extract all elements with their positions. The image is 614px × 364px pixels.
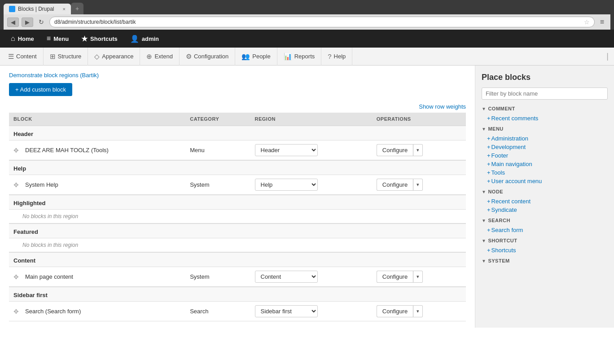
plus-icon: + xyxy=(487,198,491,205)
place-block-link[interactable]: +Main navigation xyxy=(487,161,532,167)
drag-handle[interactable]: ✥ xyxy=(13,181,22,189)
collapse-arrow-icon: ▼ xyxy=(482,238,486,243)
nav-reports-label: Reports xyxy=(294,53,315,60)
address-bar[interactable]: d8/admin/structure/block/list/bartik ☆ xyxy=(49,17,595,27)
shortcuts-button[interactable]: ★ Shortcuts xyxy=(75,30,124,48)
drag-handle[interactable]: ✥ xyxy=(13,147,22,154)
nav-item-extend[interactable]: ⊕ Extend xyxy=(140,48,179,66)
region-select[interactable]: Header xyxy=(255,144,318,156)
block-operations-cell: Configure▾ xyxy=(372,302,466,321)
add-custom-block-button[interactable]: + Add custom block xyxy=(9,83,72,96)
plus-icon: + xyxy=(487,169,491,176)
sidebar-block-item: +Development xyxy=(482,143,608,151)
block-name-cell: ✥System Help xyxy=(9,175,185,195)
forward-button[interactable]: ▶ xyxy=(22,18,33,27)
page-content: Demonstrate block regions (Bartik) + Add… xyxy=(0,66,614,328)
table-row: ✥System HelpSystemHelpConfigure▾ xyxy=(9,175,466,195)
col-region: REGION xyxy=(250,113,372,126)
configure-dropdown-button[interactable]: ▾ xyxy=(413,144,423,156)
filter-by-block-name-input[interactable] xyxy=(482,88,608,100)
nav-item-appearance[interactable]: ◇ Appearance xyxy=(88,48,140,66)
sidebar-section-header[interactable]: ▼MENU xyxy=(482,126,608,132)
region-select[interactable]: Sidebar first xyxy=(255,305,318,317)
configure-dropdown-button[interactable]: ▾ xyxy=(413,179,423,191)
place-block-link[interactable]: +Syndicate xyxy=(487,206,517,213)
block-name-cell: ✥Main page content xyxy=(9,267,185,287)
configure-button[interactable]: Configure xyxy=(377,271,413,283)
block-category-cell: Search xyxy=(185,302,250,321)
reload-button[interactable]: ↻ xyxy=(36,18,47,26)
breadcrumb: Demonstrate block regions (Bartik) xyxy=(9,72,466,79)
region-select[interactable]: Content xyxy=(255,271,318,283)
col-category: CATEGORY xyxy=(185,113,250,126)
region-select[interactable]: Help xyxy=(255,179,318,191)
sidebar-block-item: +Shortcuts xyxy=(482,246,608,254)
nav-item-people[interactable]: 👥 People xyxy=(235,48,277,66)
sidebar-section-header[interactable]: ▼SHORTCUT xyxy=(482,238,608,243)
back-button[interactable]: ◀ xyxy=(7,18,19,27)
nav-item-structure[interactable]: ⊞ Structure xyxy=(44,48,88,66)
admin-user-button[interactable]: 👤 admin xyxy=(124,30,165,48)
sidebar-section-header[interactable]: ▼COMMENT xyxy=(482,106,608,111)
appearance-icon: ◇ xyxy=(94,53,100,61)
block-region-cell: Header xyxy=(250,140,372,161)
menu-icon: ≡ xyxy=(47,35,51,43)
block-region-cell: Help xyxy=(250,175,372,195)
place-block-link[interactable]: +Shortcuts xyxy=(487,247,516,254)
sidebar-section-name: SEARCH xyxy=(488,218,510,223)
place-block-link[interactable]: +Footer xyxy=(487,152,508,159)
block-category-cell: System xyxy=(185,175,250,195)
sidebar-section: ▼MENU+Administration+Development+Footer+… xyxy=(482,126,608,185)
home-button[interactable]: ⌂ Home xyxy=(4,30,40,48)
main-area: Demonstrate block regions (Bartik) + Add… xyxy=(0,66,475,328)
drag-handle[interactable]: ✥ xyxy=(13,308,22,315)
nav-item-configuration[interactable]: ⚙ Configuration xyxy=(180,48,235,66)
sidebar-section: ▼SYSTEM xyxy=(482,258,608,263)
sidebar-block-item: +Syndicate xyxy=(482,206,608,214)
sidebar-block-item: +Main navigation xyxy=(482,160,608,168)
configure-dropdown-button[interactable]: ▾ xyxy=(413,271,423,283)
drag-handle[interactable]: ✥ xyxy=(13,273,22,281)
block-operations-cell: Configure▾ xyxy=(372,175,466,195)
nav-item-content[interactable]: ☰ Content xyxy=(2,48,44,66)
place-block-link[interactable]: +Search form xyxy=(487,227,523,233)
configure-button[interactable]: Configure xyxy=(377,144,413,156)
structure-icon: ⊞ xyxy=(50,53,56,61)
place-block-link[interactable]: +Development xyxy=(487,144,526,150)
configure-button[interactable]: Configure xyxy=(377,179,413,191)
configure-button[interactable]: Configure xyxy=(377,305,413,317)
nav-item-help[interactable]: ? Help xyxy=(321,48,352,66)
nav-configuration-label: Configuration xyxy=(194,53,228,60)
place-block-link[interactable]: +User account menu xyxy=(487,178,542,184)
tab-title: Blocks | Drupal xyxy=(18,6,54,12)
table-section-header: Header xyxy=(9,126,466,140)
url-text: d8/admin/structure/block/list/bartik xyxy=(54,19,136,25)
nav-item-reports[interactable]: 📊 Reports xyxy=(277,48,322,66)
nav-separator: | xyxy=(603,52,612,61)
sidebar-section-header[interactable]: ▼SEARCH xyxy=(482,218,608,223)
show-row-weights-link[interactable]: Show row weights xyxy=(419,103,466,110)
bookmark-icon[interactable]: ☆ xyxy=(584,18,590,26)
place-block-link[interactable]: +Recent content xyxy=(487,198,531,205)
sidebar-block-item: +Search form xyxy=(482,226,608,234)
sidebar-section-header[interactable]: ▼SYSTEM xyxy=(482,258,608,263)
plus-icon: + xyxy=(487,152,491,159)
new-tab-button[interactable]: + xyxy=(71,3,83,14)
sidebar-title: Place blocks xyxy=(482,73,608,82)
configure-dropdown-button[interactable]: ▾ xyxy=(413,305,423,317)
block-name: Main page content xyxy=(25,273,73,280)
sidebar-section-name: NODE xyxy=(488,189,503,194)
sidebar-section-header[interactable]: ▼NODE xyxy=(482,189,608,194)
breadcrumb-link[interactable]: Demonstrate block regions (Bartik) xyxy=(9,72,99,79)
place-block-link[interactable]: +Administration xyxy=(487,135,528,142)
place-block-link[interactable]: +Tools xyxy=(487,169,505,176)
table-header-row: BLOCK CATEGORY REGION OPERATIONS xyxy=(9,113,466,126)
browser-menu-icon[interactable]: ≡ xyxy=(597,17,607,27)
menu-button[interactable]: ≡ Menu xyxy=(40,30,75,48)
active-tab[interactable]: Blocks | Drupal × xyxy=(4,4,71,14)
block-name: Search (Search form) xyxy=(25,308,81,315)
place-block-link[interactable]: +Recent comments xyxy=(487,115,538,122)
sidebar-block-item: +User account menu xyxy=(482,177,608,185)
tab-close-button[interactable]: × xyxy=(63,6,66,12)
table-section-header: Featured xyxy=(9,224,466,238)
